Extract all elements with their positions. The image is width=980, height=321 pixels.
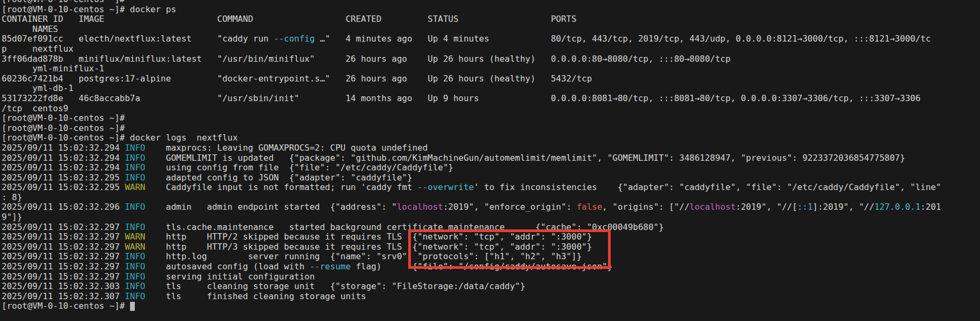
terminal-line: 2025/09/11 15:02:32.295 WARN Caddyfile i… (2, 183, 941, 193)
terminal-line: 2025/09/11 15:02:32.307 INFO tls finishe… (2, 292, 941, 302)
terminal-line: 2025/09/11 15:02:32.297 INFO tls.cache.m… (2, 223, 941, 233)
terminal-line: 2025/09/11 15:02:32.297 INFO http.log se… (2, 252, 941, 262)
terminal-line: 2025/09/11 15:02:32.297 WARN http HTTP/2… (2, 232, 941, 242)
terminal-line: 9"]} (2, 212, 941, 223)
terminal-cursor (130, 302, 135, 311)
terminal-line: 2025/09/11 15:02:32.296 INFO admin admin… (2, 202, 941, 212)
terminal-line: [root@VM-0-10-centos ~]# (2, 113, 941, 124)
terminal-line: 2025/09/11 15:02:32.294 INFO using confi… (2, 163, 941, 173)
terminal-line: p nextflux (2, 44, 941, 54)
terminal-line: /tcp centos9 (2, 104, 941, 114)
terminal-line: 60236c7421b4 postgres:17-alpine "docker-… (2, 74, 941, 84)
terminal-output: [root@VM-0-10-centos ~]#[root@VM-0-10-ce… (2, 0, 941, 311)
terminal-line: [root@VM-0-10-centos ~]# (2, 124, 941, 134)
terminal-line: yml-miniflux-1 (2, 64, 941, 74)
terminal-line: 2025/09/11 15:02:32.303 INFO tls cleanin… (2, 282, 941, 292)
terminal-line: CONTAINER ID IMAGE COMMAND CREATED STATU… (2, 14, 941, 24)
terminal-line: 85d07ef091cc electh/nextflux:latest "cad… (2, 34, 941, 44)
terminal-line: [root@VM-0-10-centos ~]# (2, 301, 941, 311)
terminal-line: yml-db-1 (2, 84, 941, 94)
terminal-line: 3ff06dad878b miniflux/miniflux:latest "/… (2, 54, 941, 64)
terminal-line: NAMES (2, 24, 941, 35)
terminal-line: 53173222fd8e 46c8accabb7a "/usr/sbin/ini… (2, 94, 941, 104)
terminal-line: 2025/09/11 15:02:32.297 WARN http HTTP/3… (2, 242, 941, 252)
terminal-line: 2025/09/11 15:02:32.297 INFO autosaved c… (2, 262, 941, 272)
terminal-line: [root@VM-0-10-centos ~]# docker ps (2, 5, 941, 15)
terminal-screen[interactable]: [root@VM-0-10-centos ~]#[root@VM-0-10-ce… (0, 0, 980, 321)
terminal-line: : 8} (2, 193, 941, 203)
terminal-line: 2025/09/11 15:02:32.294 INFO GOMEMLIMIT … (2, 153, 941, 163)
terminal-line: [root@VM-0-10-centos ~]# docker logs nex… (2, 133, 941, 143)
terminal-line: 2025/09/11 15:02:32.295 INFO adapted con… (2, 173, 941, 183)
terminal-line: 2025/09/11 15:02:32.297 INFO serving ini… (2, 272, 941, 282)
terminal-line: 2025/09/11 15:02:32.294 INFO maxprocs: L… (2, 143, 941, 153)
